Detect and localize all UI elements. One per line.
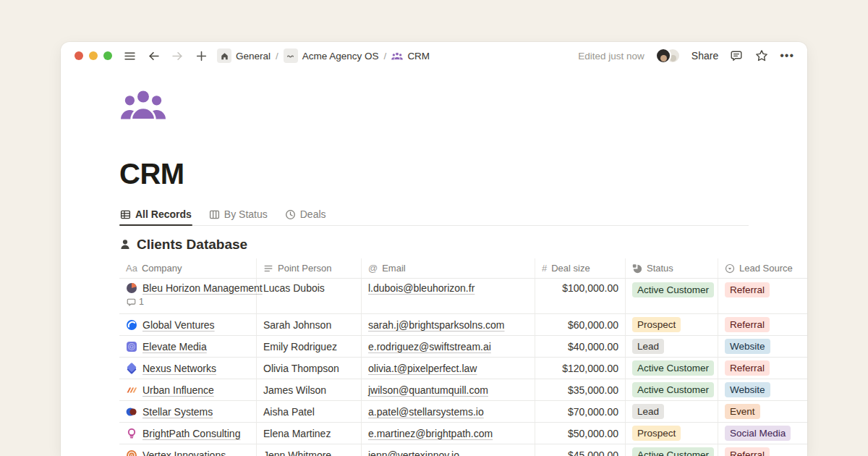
share-button[interactable]: Share bbox=[692, 50, 718, 62]
deal-size-cell[interactable]: $40,000.00 bbox=[568, 341, 618, 352]
company-link[interactable]: Urban Influence bbox=[142, 384, 214, 396]
collaborator-avatars[interactable] bbox=[655, 48, 681, 64]
company-link[interactable]: Vertex Innovations bbox=[142, 449, 226, 456]
status-badge[interactable]: Active Customer bbox=[632, 282, 714, 297]
minimize-window-button[interactable] bbox=[89, 51, 98, 60]
company-link[interactable]: Stellar Systems bbox=[142, 406, 213, 418]
close-window-button[interactable] bbox=[75, 51, 83, 60]
table-row[interactable]: Stellar Systems Aisha Patel a.patel@stel… bbox=[119, 401, 807, 423]
lead-source-badge[interactable]: Website bbox=[725, 339, 770, 354]
company-link[interactable]: Bleu Horizon Management bbox=[142, 282, 263, 294]
tab-deals[interactable]: Deals bbox=[284, 206, 327, 225]
page-icon-people-group[interactable] bbox=[119, 88, 807, 122]
comment-bubble-icon bbox=[127, 297, 136, 307]
column-header-deal-size[interactable]: # Deal size bbox=[535, 258, 626, 278]
comment-count[interactable]: 1 bbox=[126, 297, 263, 307]
deal-size-cell[interactable]: $120,000.00 bbox=[562, 363, 618, 374]
more-options-icon[interactable]: ••• bbox=[780, 50, 794, 62]
deal-size-cell[interactable]: $100,000.00 bbox=[562, 282, 618, 294]
status-badge[interactable]: Active Customer bbox=[632, 360, 714, 376]
company-link[interactable]: Nexus Networks bbox=[142, 363, 216, 374]
email-link[interactable]: jwilson@quantumquill.com bbox=[368, 384, 488, 396]
table-row[interactable]: Global Ventures Sarah Johnson sarah.j@br… bbox=[119, 314, 807, 336]
email-link[interactable]: a.patel@stellarsystems.io bbox=[368, 406, 484, 418]
tab-by-status[interactable]: By Status bbox=[208, 206, 268, 225]
tab-all-records[interactable]: All Records bbox=[119, 206, 192, 225]
status-badge[interactable]: Prospect bbox=[632, 426, 681, 441]
point-person-cell[interactable]: James Wilson bbox=[263, 384, 326, 396]
lead-source-badge[interactable]: Referral bbox=[725, 360, 770, 376]
point-person-cell[interactable]: Emily Rodriguez bbox=[263, 341, 337, 352]
table-row[interactable]: Bleu Horizon Management 1 Lucas Dubois l… bbox=[119, 279, 807, 314]
page-title: CRM bbox=[119, 158, 807, 190]
back-icon[interactable] bbox=[146, 48, 161, 63]
database-title[interactable]: Clients Database bbox=[137, 237, 247, 253]
point-person-cell[interactable]: Jenn Whitmore bbox=[263, 449, 331, 456]
table-row[interactable]: Urban Influence James Wilson jwilson@qua… bbox=[119, 379, 807, 401]
point-person-cell[interactable]: Sarah Johnson bbox=[263, 319, 331, 331]
home-icon[interactable] bbox=[217, 48, 231, 63]
point-person-cell[interactable]: Aisha Patel bbox=[263, 406, 315, 418]
email-property-icon: @ bbox=[368, 263, 378, 274]
traffic-lights bbox=[75, 51, 112, 60]
email-link[interactable]: e.rodriguez@swiftstream.ai bbox=[368, 341, 491, 352]
clock-view-icon bbox=[285, 209, 296, 220]
email-link[interactable]: l.dubois@bleuhorizon.fr bbox=[368, 282, 475, 294]
deal-size-cell[interactable]: $50,000.00 bbox=[568, 428, 618, 439]
column-header-status[interactable]: Status bbox=[626, 258, 718, 278]
orange-stripes-icon bbox=[126, 384, 137, 396]
table-row[interactable]: Elevate Media Emily Rodriguez e.rodrigue… bbox=[119, 336, 807, 358]
forward-icon[interactable] bbox=[170, 48, 184, 63]
table-row[interactable]: BrightPath Consulting Elena Martinez e.m… bbox=[119, 423, 807, 444]
table-row[interactable]: Vertex Innovations Jenn Whitmore jenn@ve… bbox=[119, 444, 807, 456]
email-link[interactable]: olivia.t@pixelperfect.law bbox=[368, 363, 477, 374]
status-badge[interactable]: Active Customer bbox=[632, 447, 714, 456]
blue-globe-icon bbox=[126, 319, 137, 331]
status-badge[interactable]: Lead bbox=[632, 404, 664, 419]
email-link[interactable]: sarah.j@brightsparksolns.com bbox=[368, 319, 505, 331]
company-link[interactable]: BrightPath Consulting bbox=[142, 428, 240, 439]
favorite-star-icon[interactable] bbox=[754, 48, 769, 63]
status-badge[interactable]: Active Customer bbox=[632, 382, 714, 397]
table-header-row: Aa Company Point Person @ Email # Deal s… bbox=[119, 258, 807, 279]
people-group-icon bbox=[391, 51, 403, 61]
view-tabs: All Records By Status Deals bbox=[119, 206, 749, 226]
column-header-lead-source[interactable]: Lead Source bbox=[718, 258, 807, 278]
lead-source-badge[interactable]: Website bbox=[725, 382, 770, 397]
status-badge[interactable]: Lead bbox=[632, 339, 664, 354]
breadcrumb: General / Acme Agency OS / CRM bbox=[217, 48, 430, 63]
status-badge[interactable]: Prospect bbox=[632, 317, 681, 332]
zoom-window-button[interactable] bbox=[103, 51, 112, 60]
point-person-cell[interactable]: Elena Martinez bbox=[263, 428, 331, 439]
lead-source-badge[interactable]: Referral bbox=[725, 447, 770, 456]
column-header-company[interactable]: Aa Company bbox=[119, 258, 257, 278]
orange-target-icon bbox=[126, 449, 137, 456]
pie-navy-orange-icon bbox=[126, 282, 137, 294]
breadcrumb-item-general[interactable]: General bbox=[236, 51, 271, 62]
company-link[interactable]: Global Ventures bbox=[142, 319, 215, 331]
company-link[interactable]: Elevate Media bbox=[142, 341, 207, 352]
point-person-cell[interactable]: Lucas Dubois bbox=[263, 282, 325, 294]
column-header-email[interactable]: @ Email bbox=[362, 258, 535, 278]
deal-size-cell[interactable]: $60,000.00 bbox=[568, 319, 618, 331]
comments-icon[interactable] bbox=[729, 48, 744, 63]
email-link[interactable]: jenn@vertexinnov.io bbox=[368, 449, 459, 456]
board-view-icon bbox=[209, 209, 220, 220]
squiggle-page-icon[interactable] bbox=[284, 48, 298, 63]
lead-source-badge[interactable]: Referral bbox=[725, 317, 770, 332]
blue-red-orbs-icon bbox=[126, 406, 137, 418]
lead-source-badge[interactable]: Social Media bbox=[725, 426, 791, 441]
email-link[interactable]: e.martinez@brightpath.com bbox=[368, 428, 493, 439]
lead-source-badge[interactable]: Referral bbox=[725, 282, 770, 297]
column-header-point-person[interactable]: Point Person bbox=[257, 258, 362, 278]
deal-size-cell[interactable]: $35,000.00 bbox=[568, 384, 618, 396]
deal-size-cell[interactable]: $45,000.00 bbox=[568, 449, 618, 456]
breadcrumb-item-crm[interactable]: CRM bbox=[407, 51, 430, 62]
point-person-cell[interactable]: Olivia Thompson bbox=[263, 363, 339, 374]
deal-size-cell[interactable]: $70,000.00 bbox=[568, 406, 618, 418]
table-row[interactable]: Nexus Networks Olivia Thompson olivia.t@… bbox=[119, 358, 807, 379]
lead-source-badge[interactable]: Event bbox=[725, 404, 760, 419]
breadcrumb-item-workspace[interactable]: Acme Agency OS bbox=[302, 51, 379, 62]
new-page-icon[interactable] bbox=[194, 48, 208, 63]
sidebar-menu-icon[interactable] bbox=[122, 48, 137, 63]
